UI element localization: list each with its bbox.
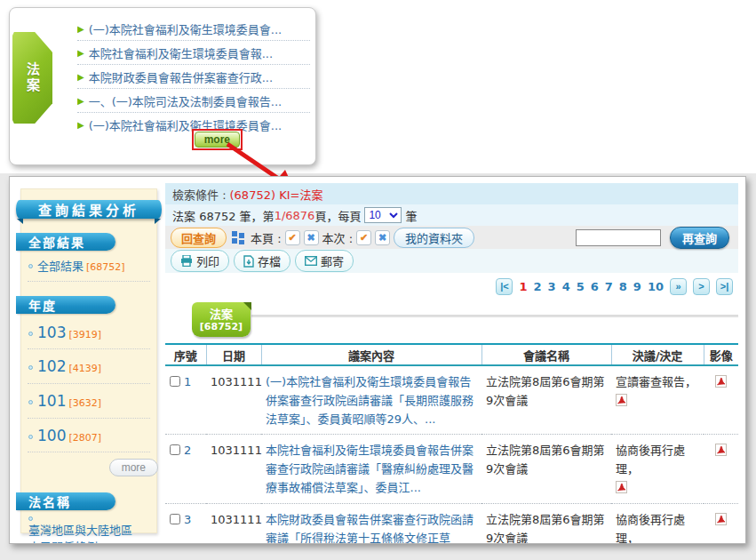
my-folder-button[interactable]: 我的資料夾: [394, 228, 474, 248]
page-number[interactable]: 2: [534, 280, 542, 293]
header-seq: 序號: [165, 344, 206, 365]
tab-underline: [251, 315, 738, 316]
next-group-button[interactable]: »: [670, 278, 687, 295]
page-number[interactable]: 6: [591, 280, 599, 293]
envelope-icon: [305, 256, 317, 266]
bullet-dot-icon: [28, 264, 33, 268]
facet-count: [3919]: [68, 328, 101, 342]
tab-bills[interactable]: 法案 [68752]: [192, 302, 251, 337]
back-to-query-button[interactable]: 回查詢: [171, 228, 227, 248]
more-highlight-box: more: [192, 129, 243, 150]
page-number[interactable]: 9: [633, 280, 641, 293]
header-content: 議案內容: [261, 344, 481, 365]
bills-ribbon-label: 法案: [23, 62, 42, 94]
tab-count: [68752]: [200, 321, 243, 332]
save-button[interactable]: 存檔: [234, 250, 290, 272]
latest-bills-panel: 法案 ▶ (一)本院社會福利及衛生環境委員會... ▶ 本院社會福利及衛生環境委…: [9, 7, 316, 165]
list-item[interactable]: ▶ 一、(一)本院司法及法制委員會報告...: [77, 89, 310, 113]
requery-button[interactable]: 再查詢: [670, 227, 729, 249]
criteria-label: 檢索條件 :: [172, 186, 227, 203]
bill-content-link[interactable]: (一)本院社會福利及衛生環境委員會報告併案審查行政院函請審議「長期照護服務法草案…: [266, 375, 473, 426]
list-item[interactable]: ▶ 本院社會福利及衛生環境委員會報...: [77, 41, 310, 65]
facet-count: [4139]: [68, 362, 101, 376]
row-seq: 2: [184, 444, 191, 457]
deselect-all-session-button[interactable]: ✖: [375, 230, 390, 245]
row-seq: 1: [184, 375, 191, 388]
facet-all-results[interactable]: 全部結果 [68752]: [28, 252, 150, 282]
more-button[interactable]: more: [195, 132, 240, 148]
facet-year-101[interactable]: 101 [3632]: [28, 384, 150, 419]
section-header-law-name: 法名稱: [16, 492, 115, 510]
save-file-icon: [243, 255, 254, 268]
facet-year-102[interactable]: 102 [4139]: [28, 349, 150, 384]
last-page-button[interactable]: >|: [716, 278, 733, 295]
section-header-all-results: 全部結果: [16, 233, 115, 251]
pdf-icon[interactable]: [715, 513, 727, 525]
analysis-title: 查詢結果分析: [38, 200, 139, 219]
page-number[interactable]: 4: [562, 280, 570, 293]
page: 法案 ▶ (一)本院社會福利及衛生環境委員會... ▶ 本院社會福利及衛生環境委…: [0, 0, 756, 560]
next-page-button[interactable]: >: [693, 278, 710, 295]
results-panel: 查詢結果分析 全部結果 全部結果 [68752] 年度 103 [3919] 1…: [9, 176, 746, 544]
row-checkbox[interactable]: [170, 376, 180, 387]
pdf-icon[interactable]: [616, 394, 627, 406]
bill-content-link[interactable]: 本院財政委員會報告併案審查行政院函請審議「所得稅法第十五條條文修正草案」、委員盧…: [266, 513, 473, 544]
row-checkbox[interactable]: [170, 514, 180, 524]
deselect-all-page-button[interactable]: ✖: [304, 230, 319, 245]
page-number[interactable]: 8: [619, 280, 627, 293]
facet-year-103[interactable]: 103 [3919]: [28, 316, 150, 350]
facet-year-100[interactable]: 100 [2807]: [28, 419, 150, 453]
bullet-triangle-icon: ▶: [77, 24, 84, 34]
bill-link[interactable]: (一)本院社會福利及衛生環境委員會...: [89, 116, 283, 133]
list-item[interactable]: ▶ 本院財政委員會報告併案審查行政...: [77, 65, 310, 89]
list-item[interactable]: ▶ (一)本院社會福利及衛生環境委員會...: [77, 17, 310, 41]
bullet-triangle-icon: ▶: [77, 48, 84, 58]
page-number[interactable]: 7: [605, 280, 613, 293]
bill-link[interactable]: 一、(一)本院司法及法制委員會報告...: [89, 92, 283, 109]
page-number[interactable]: 10: [648, 280, 664, 293]
header-meeting: 會議名稱: [481, 344, 611, 365]
facet-count: [68752]: [86, 260, 125, 275]
table-header-row: 序號 日期 議案內容 會議名稱 決議/決定 影像: [165, 344, 738, 365]
row-meeting: 立法院第8屆第6會期第9次會議: [481, 365, 611, 435]
requery-input[interactable]: [576, 229, 661, 246]
page-number[interactable]: 3: [548, 280, 556, 293]
summary-mid: 頁，每頁: [314, 207, 361, 224]
print-button[interactable]: 列印: [171, 250, 229, 272]
pdf-icon[interactable]: [616, 481, 627, 493]
table-row: 2 1031111 本院社會福利及衛生環境委員會報告併案審查行政院函請審議「醫療…: [165, 435, 738, 503]
bills-list: ▶ (一)本院社會福利及衛生環境委員會... ▶ 本院社會福利及衛生環境委員會報…: [77, 17, 310, 137]
pdf-icon[interactable]: [715, 444, 727, 456]
results-table: 序號 日期 議案內容 會議名稱 決議/決定 影像 1 1031111 (: [165, 343, 738, 544]
bullet-triangle-icon: ▶: [77, 72, 84, 82]
pdf-icon[interactable]: [715, 375, 727, 388]
section-header-year: 年度: [16, 296, 115, 314]
row-decision: 協商後再行處理，: [616, 444, 685, 476]
results-main: 檢索條件 : (68752) KI=法案 法案 68752 筆，第 1/6876…: [165, 183, 738, 544]
facet-law-cross-strait[interactable]: 臺灣地區與大陸地區人民關係條例 [1039]: [28, 512, 150, 544]
mail-button[interactable]: 郵寄: [295, 250, 354, 272]
row-decision: 協商後再行處理，: [616, 513, 685, 544]
grid-view-icon[interactable]: [232, 231, 245, 244]
bullet-triangle-icon: ▶: [77, 96, 84, 106]
row-date: 1031111: [206, 365, 261, 435]
page-number[interactable]: 5: [577, 280, 585, 293]
summary-suffix: 筆: [405, 207, 417, 224]
bullet-dot-icon: [28, 400, 33, 404]
header-image: 影像: [704, 344, 738, 365]
header-decision: 決議/決定: [611, 344, 704, 365]
row-checkbox[interactable]: [170, 444, 180, 455]
first-page-button[interactable]: |<: [496, 278, 513, 295]
bill-link[interactable]: (一)本院社會福利及衛生環境委員會...: [89, 20, 283, 37]
facet-count: [2807]: [68, 431, 101, 445]
header-date: 日期: [206, 344, 261, 365]
bill-content-link[interactable]: 本院社會福利及衛生環境委員會報告併案審查行政院函請審議「醫療糾紛處理及醫療事故補…: [266, 444, 473, 494]
criteria-value: (68752) KI=法案: [230, 186, 323, 203]
per-page-select[interactable]: 10: [364, 207, 402, 223]
printer-icon: [180, 255, 193, 267]
bill-link[interactable]: 本院社會福利及衛生環境委員會報...: [89, 44, 273, 61]
select-all-session-button[interactable]: ✔: [356, 230, 371, 245]
bill-link[interactable]: 本院財政委員會報告併案審查行政...: [89, 68, 273, 85]
select-all-page-button[interactable]: ✔: [285, 230, 300, 245]
sidebar-more-button[interactable]: more: [109, 459, 158, 476]
